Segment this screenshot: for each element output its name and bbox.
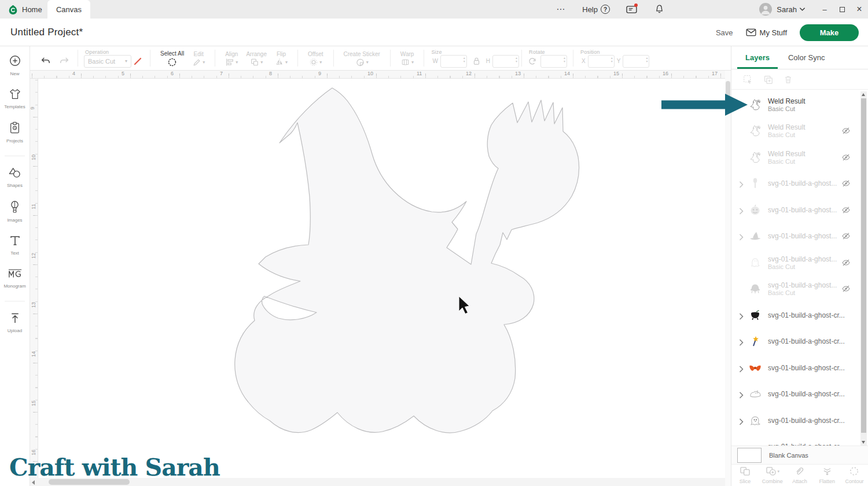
watermark: Craft with Sarah	[9, 454, 220, 481]
edit-label: Edit	[194, 51, 204, 57]
scrollbar-thumb[interactable]	[861, 98, 866, 433]
chevron-right-icon[interactable]	[739, 417, 745, 424]
blank-canvas-row[interactable]: Blank Canvas	[731, 446, 868, 464]
blank-canvas-swatch[interactable]	[737, 448, 762, 463]
annotation-arrow-icon	[661, 93, 748, 119]
align-button[interactable]: Align ▾	[225, 50, 238, 67]
edit-button[interactable]: Edit ▾	[192, 50, 205, 67]
layers-scrollbar[interactable]	[860, 91, 867, 446]
hidden-eye-icon[interactable]	[841, 284, 851, 293]
tab-color-sync[interactable]: Color Sync	[788, 53, 825, 62]
chevron-down-icon[interactable]	[799, 7, 806, 12]
layer-row[interactable]: Weld ResultBasic Cut	[731, 91, 868, 118]
layer-row[interactable]: svg-01-build-a-ghost...	[731, 197, 868, 223]
canvas-tab[interactable]: Canvas	[47, 0, 90, 19]
hidden-eye-icon[interactable]	[841, 205, 851, 215]
ghost-witch-silhouette[interactable]	[235, 88, 579, 433]
hidden-eye-icon[interactable]	[841, 179, 851, 188]
flatten-button[interactable]: Flatten	[814, 465, 841, 486]
height-input[interactable]: ▴▾	[492, 55, 519, 68]
select-all-button[interactable]: Select All	[160, 49, 184, 67]
warp-button[interactable]: Warp ▾	[400, 50, 414, 67]
position-x-input[interactable]: ▴▾	[588, 55, 615, 68]
my-stuff-button[interactable]: My Stuff	[746, 28, 787, 37]
layer-row[interactable]: svg-01-build-a-ghost...	[731, 171, 868, 197]
sidebar-item-label: Templates	[4, 104, 25, 109]
chevron-right-icon[interactable]	[739, 312, 745, 319]
hidden-eye-icon[interactable]	[841, 126, 851, 135]
bell-icon[interactable]	[653, 3, 665, 16]
feedback-icon[interactable]	[625, 3, 638, 16]
layer-row[interactable]: svg-01-build-a-ghost...	[731, 223, 868, 250]
lock-icon[interactable]	[473, 57, 480, 65]
canvas-surface[interactable]	[38, 79, 725, 478]
sidebar-item-label: Upload	[8, 328, 22, 333]
flip-icon	[275, 58, 284, 67]
sidebar-item-monogram[interactable]: Monogram	[0, 268, 30, 289]
scroll-down-icon[interactable]	[862, 441, 865, 444]
contour-button[interactable]: Contour	[841, 465, 868, 486]
more-menu-icon[interactable]: ⋯	[554, 3, 567, 16]
help-button[interactable]: Help ?	[582, 5, 610, 14]
layer-row[interactable]: Weld ResultBasic Cut	[731, 118, 868, 145]
chevron-right-icon[interactable]	[739, 233, 745, 240]
delete-icon[interactable]	[784, 75, 793, 84]
shapes-icon	[8, 167, 21, 181]
sidebar-item-shapes[interactable]: Shapes	[0, 167, 30, 188]
layer-row[interactable]: svg-01-build-a-ghost-cr...	[731, 329, 868, 355]
combine-button[interactable]: ▾Combine	[759, 465, 786, 486]
operation-select[interactable]: Basic Cut ▾	[84, 55, 131, 68]
attach-button[interactable]: Attach	[786, 465, 813, 486]
layer-row[interactable]: svg-01-build-a-ghost-cr...	[731, 355, 868, 381]
home-tab[interactable]: Home	[0, 0, 47, 19]
sidebar-item-templates[interactable]: Templates	[0, 89, 30, 109]
layer-row[interactable]: svg-01-build-a-ghost-cr...	[731, 381, 868, 408]
create-sticker-button[interactable]: Create Sticker ▾	[344, 50, 380, 67]
sidebar-item-images[interactable]: Images	[0, 200, 30, 223]
layer-row[interactable]: svg-01-build-a-ghost...Basic Cut	[731, 249, 868, 276]
close-button[interactable]: ×	[851, 0, 868, 19]
redo-icon[interactable]	[58, 54, 71, 67]
chevron-right-icon[interactable]	[739, 180, 745, 187]
minimize-button[interactable]: –	[816, 0, 833, 19]
avatar[interactable]	[759, 3, 772, 16]
save-button[interactable]: Save	[716, 28, 733, 37]
offset-button[interactable]: Offset ▾	[308, 50, 323, 67]
rotate-input[interactable]: ▴▾	[540, 55, 567, 68]
make-button[interactable]: Make	[800, 24, 859, 41]
color-pen-icon[interactable]	[131, 55, 144, 68]
scroll-up-icon[interactable]	[862, 93, 865, 96]
width-input[interactable]: ▴▾	[440, 55, 467, 68]
layer-row[interactable]: svg-01-build-a-ghost-cr...	[731, 302, 868, 329]
slice-button[interactable]: Slice	[731, 465, 759, 486]
sidebar-item-projects[interactable]: Projects	[0, 122, 30, 143]
flip-button[interactable]: Flip ▾	[275, 50, 288, 67]
caret-down-icon: ▾	[125, 58, 127, 64]
sidebar-item-text[interactable]: Text	[0, 235, 30, 256]
hidden-eye-icon[interactable]	[841, 258, 851, 267]
duplicate-icon[interactable]	[763, 75, 773, 84]
undo-icon[interactable]	[39, 54, 52, 67]
chevron-right-icon[interactable]	[739, 338, 745, 345]
sidebar-item-upload[interactable]: Upload	[0, 312, 30, 333]
chevron-right-icon[interactable]	[739, 365, 745, 371]
position-y-input[interactable]: ▴▾	[623, 55, 649, 68]
layer-title: Weld Result	[768, 150, 841, 158]
hidden-eye-icon[interactable]	[841, 231, 851, 241]
chevron-right-icon[interactable]	[739, 207, 745, 213]
canvas-vertical-scrollbar[interactable]	[725, 71, 731, 486]
arrange-button[interactable]: Arrange ▾	[246, 50, 267, 67]
layer-row[interactable]: svg-01-build-a-ghost...Basic Cut	[731, 276, 868, 303]
hidden-eye-icon[interactable]	[841, 153, 851, 162]
layer-row[interactable]: svg-01-build-a-ghost-cr...	[731, 407, 868, 434]
layer-row[interactable]: Weld ResultBasic Cut	[731, 144, 868, 171]
ruler-number: 9	[30, 106, 35, 109]
sidebar-item-new[interactable]: New	[0, 54, 30, 76]
chevron-right-icon[interactable]	[739, 391, 745, 397]
group-select-icon[interactable]	[743, 75, 753, 84]
layer-title: svg-01-build-a-ghost-cr...	[768, 390, 868, 398]
layer-row[interactable]: svg-01-build-a-ghost-cr	[731, 434, 868, 446]
maximize-button[interactable]	[833, 0, 851, 19]
tab-layers[interactable]: Layers	[742, 46, 773, 69]
panel-tabs: Layers Color Sync	[731, 46, 868, 69]
